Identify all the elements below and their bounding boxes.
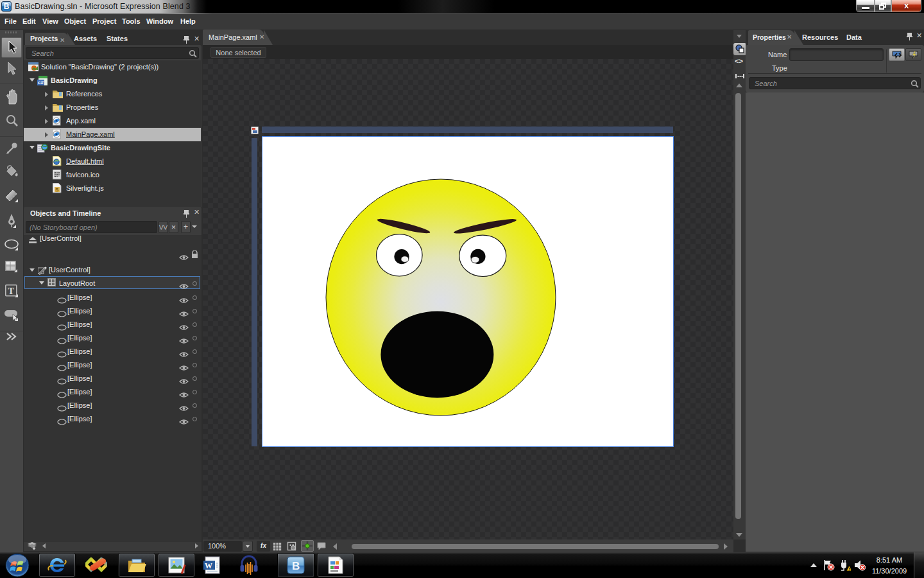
svg-text:T: T <box>8 286 15 296</box>
svg-text:B: B <box>292 560 300 572</box>
svg-text:W: W <box>205 561 212 570</box>
svg-text:c#: c# <box>38 80 44 85</box>
svg-text:S: S <box>55 187 59 193</box>
